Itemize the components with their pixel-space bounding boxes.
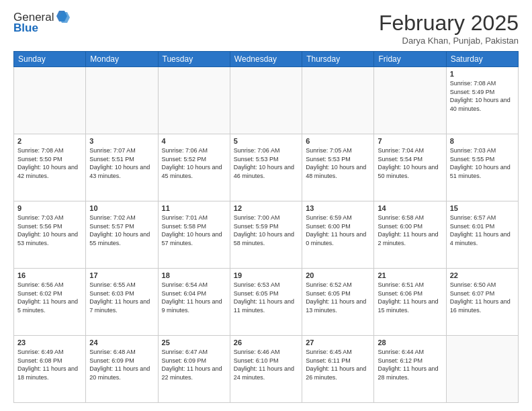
day-cell: 22Sunrise: 6:50 AM Sunset: 6:07 PM Dayli… <box>446 269 518 336</box>
day-number: 21 <box>378 271 442 279</box>
day-info: Sunrise: 7:06 AM Sunset: 5:52 PM Dayligh… <box>162 146 226 180</box>
day-info: Sunrise: 7:00 AM Sunset: 5:59 PM Dayligh… <box>234 214 298 247</box>
day-cell: 9Sunrise: 7:03 AM Sunset: 5:56 PM Daylig… <box>14 201 86 269</box>
day-number: 24 <box>89 338 154 347</box>
day-cell: 26Sunrise: 6:46 AM Sunset: 6:10 PM Dayli… <box>230 336 302 403</box>
day-info: Sunrise: 7:06 AM Sunset: 5:53 PM Dayligh… <box>234 146 298 180</box>
day-number: 16 <box>17 271 82 279</box>
day-number: 8 <box>450 137 515 145</box>
day-info: Sunrise: 7:05 AM Sunset: 5:53 PM Dayligh… <box>306 146 370 180</box>
day-number: 15 <box>450 204 515 212</box>
day-cell: 18Sunrise: 6:54 AM Sunset: 6:04 PM Dayli… <box>158 269 230 336</box>
day-number: 9 <box>17 204 82 212</box>
day-number: 13 <box>306 204 370 212</box>
day-info: Sunrise: 6:51 AM Sunset: 6:06 PM Dayligh… <box>378 281 442 314</box>
week-row-3: 16Sunrise: 6:56 AM Sunset: 6:02 PM Dayli… <box>14 269 519 336</box>
day-number: 7 <box>378 137 442 145</box>
day-cell <box>302 67 374 134</box>
week-row-0: 1Sunrise: 7:08 AM Sunset: 5:49 PM Daylig… <box>14 67 519 134</box>
day-cell: 8Sunrise: 7:03 AM Sunset: 5:55 PM Daylig… <box>446 134 518 201</box>
day-cell: 3Sunrise: 7:07 AM Sunset: 5:51 PM Daylig… <box>86 134 158 201</box>
day-info: Sunrise: 6:52 AM Sunset: 6:05 PM Dayligh… <box>306 281 370 314</box>
day-number: 20 <box>306 271 370 279</box>
day-info: Sunrise: 6:57 AM Sunset: 6:01 PM Dayligh… <box>450 214 515 247</box>
day-cell: 15Sunrise: 6:57 AM Sunset: 6:01 PM Dayli… <box>446 201 518 269</box>
day-info: Sunrise: 6:49 AM Sunset: 6:08 PM Dayligh… <box>17 348 82 381</box>
page: General Blue February 2025 Darya Khan, P… <box>0 0 532 411</box>
weekday-saturday: Saturday <box>446 52 518 67</box>
day-cell: 13Sunrise: 6:59 AM Sunset: 6:00 PM Dayli… <box>302 201 374 269</box>
day-info: Sunrise: 6:53 AM Sunset: 6:05 PM Dayligh… <box>234 281 298 314</box>
day-cell: 1Sunrise: 7:08 AM Sunset: 5:49 PM Daylig… <box>446 67 518 134</box>
day-cell: 7Sunrise: 7:04 AM Sunset: 5:54 PM Daylig… <box>374 134 446 201</box>
weekday-wednesday: Wednesday <box>230 52 302 67</box>
day-cell: 24Sunrise: 6:48 AM Sunset: 6:09 PM Dayli… <box>86 336 158 403</box>
calendar-table: SundayMondayTuesdayWednesdayThursdayFrid… <box>13 51 519 403</box>
day-cell: 10Sunrise: 7:02 AM Sunset: 5:57 PM Dayli… <box>86 201 158 269</box>
day-cell: 6Sunrise: 7:05 AM Sunset: 5:53 PM Daylig… <box>302 134 374 201</box>
month-title: February 2025 <box>379 11 519 36</box>
day-cell: 17Sunrise: 6:55 AM Sunset: 6:03 PM Dayli… <box>86 269 158 336</box>
day-cell: 14Sunrise: 6:58 AM Sunset: 6:00 PM Dayli… <box>374 201 446 269</box>
day-info: Sunrise: 7:04 AM Sunset: 5:54 PM Dayligh… <box>378 146 442 180</box>
day-info: Sunrise: 6:45 AM Sunset: 6:11 PM Dayligh… <box>306 348 370 381</box>
title-block: February 2025 Darya Khan, Punjab, Pakist… <box>379 11 519 46</box>
day-cell: 16Sunrise: 6:56 AM Sunset: 6:02 PM Dayli… <box>14 269 86 336</box>
day-info: Sunrise: 6:54 AM Sunset: 6:04 PM Dayligh… <box>162 281 226 314</box>
weekday-monday: Monday <box>86 52 158 67</box>
day-info: Sunrise: 6:59 AM Sunset: 6:00 PM Dayligh… <box>306 214 370 247</box>
weekday-thursday: Thursday <box>302 52 374 67</box>
day-cell: 25Sunrise: 6:47 AM Sunset: 6:09 PM Dayli… <box>158 336 230 403</box>
weekday-friday: Friday <box>374 52 446 67</box>
day-info: Sunrise: 7:07 AM Sunset: 5:51 PM Dayligh… <box>89 146 154 180</box>
day-cell: 28Sunrise: 6:44 AM Sunset: 6:12 PM Dayli… <box>374 336 446 403</box>
day-number: 2 <box>17 137 82 145</box>
weekday-sunday: Sunday <box>14 52 86 67</box>
day-number: 28 <box>378 338 442 347</box>
day-cell <box>446 336 518 403</box>
logo-icon <box>55 9 70 24</box>
day-number: 27 <box>306 338 370 347</box>
day-number: 5 <box>234 137 298 145</box>
day-info: Sunrise: 7:08 AM Sunset: 5:50 PM Dayligh… <box>17 146 82 180</box>
day-cell: 27Sunrise: 6:45 AM Sunset: 6:11 PM Dayli… <box>302 336 374 403</box>
day-info: Sunrise: 6:55 AM Sunset: 6:03 PM Dayligh… <box>89 281 154 314</box>
day-info: Sunrise: 6:48 AM Sunset: 6:09 PM Dayligh… <box>89 348 154 381</box>
day-number: 14 <box>378 204 442 212</box>
day-info: Sunrise: 7:01 AM Sunset: 5:58 PM Dayligh… <box>162 214 226 247</box>
day-number: 10 <box>89 204 154 212</box>
day-number: 6 <box>306 137 370 145</box>
day-number: 17 <box>89 271 154 279</box>
weekday-header-row: SundayMondayTuesdayWednesdayThursdayFrid… <box>14 52 519 67</box>
day-cell: 11Sunrise: 7:01 AM Sunset: 5:58 PM Dayli… <box>158 201 230 269</box>
day-info: Sunrise: 6:56 AM Sunset: 6:02 PM Dayligh… <box>17 281 82 314</box>
day-cell: 12Sunrise: 7:00 AM Sunset: 5:59 PM Dayli… <box>230 201 302 269</box>
day-info: Sunrise: 6:46 AM Sunset: 6:10 PM Dayligh… <box>234 348 298 381</box>
logo-blue: Blue <box>13 21 38 35</box>
logo: General Blue <box>13 11 70 35</box>
day-number: 11 <box>162 204 226 212</box>
day-cell <box>158 67 230 134</box>
day-number: 3 <box>89 137 154 145</box>
day-cell: 20Sunrise: 6:52 AM Sunset: 6:05 PM Dayli… <box>302 269 374 336</box>
day-number: 22 <box>450 271 515 279</box>
day-number: 25 <box>162 338 226 347</box>
day-cell: 2Sunrise: 7:08 AM Sunset: 5:50 PM Daylig… <box>14 134 86 201</box>
day-cell: 5Sunrise: 7:06 AM Sunset: 5:53 PM Daylig… <box>230 134 302 201</box>
day-number: 4 <box>162 137 226 145</box>
day-number: 19 <box>234 271 298 279</box>
week-row-2: 9Sunrise: 7:03 AM Sunset: 5:56 PM Daylig… <box>14 201 519 269</box>
day-info: Sunrise: 6:50 AM Sunset: 6:07 PM Dayligh… <box>450 281 515 314</box>
weekday-tuesday: Tuesday <box>158 52 230 67</box>
location: Darya Khan, Punjab, Pakistan <box>379 36 519 46</box>
day-number: 23 <box>17 338 82 347</box>
day-cell <box>14 67 86 134</box>
day-cell: 19Sunrise: 6:53 AM Sunset: 6:05 PM Dayli… <box>230 269 302 336</box>
day-number: 1 <box>450 70 515 78</box>
header: General Blue February 2025 Darya Khan, P… <box>13 11 519 46</box>
day-cell <box>230 67 302 134</box>
day-number: 18 <box>162 271 226 279</box>
day-cell: 21Sunrise: 6:51 AM Sunset: 6:06 PM Dayli… <box>374 269 446 336</box>
day-info: Sunrise: 6:47 AM Sunset: 6:09 PM Dayligh… <box>162 348 226 381</box>
day-number: 26 <box>234 338 298 347</box>
